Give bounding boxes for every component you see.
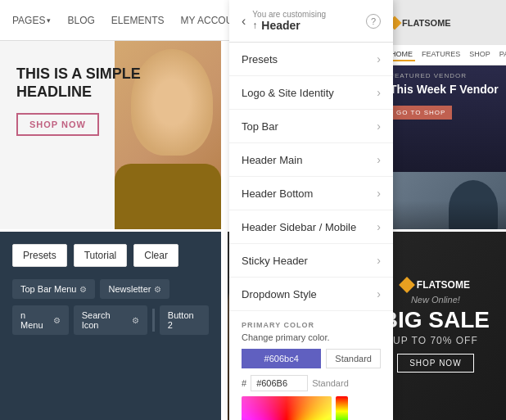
right-preview-panel: FLATSOME HOME FEATURES SHOP PAGES FEATUR… xyxy=(383,0,506,229)
primary-color-button[interactable]: #606bc4 xyxy=(242,349,321,368)
search-icon-chip[interactable]: Search Icon ⚙ xyxy=(74,305,147,335)
hero-section: THIS IS A SIMPLE HEADLINE SHOP NOW xyxy=(0,41,221,229)
n-menu-chip[interactable]: n Menu ⚙ xyxy=(12,305,69,335)
standard-color-button[interactable]: Standard xyxy=(326,349,381,368)
person-overlay xyxy=(383,201,506,229)
tutorial-tab[interactable]: Tutorial xyxy=(74,244,128,267)
bottom-tabs: Presets Tutorial Clear xyxy=(12,244,209,267)
color-std-label: Standard xyxy=(312,378,349,388)
search-icon-label: Search Icon xyxy=(82,310,129,330)
menu-item-dropdown-style[interactable]: Dropdown Style › xyxy=(229,278,393,311)
flatsome-sale-logo: FLATSOME xyxy=(382,279,490,291)
menu-row-2: n Menu ⚙ Search Icon ⚙ Button 2 xyxy=(12,305,209,335)
top-bar-menu-label: Top Bar Menu xyxy=(20,284,76,294)
new-online-tag: New Online! xyxy=(382,295,490,305)
menu-item-header-main[interactable]: Header Main › xyxy=(229,143,393,177)
presets-tab[interactable]: Presets xyxy=(12,244,67,267)
menu-item-label-header-bottom: Header Bottom xyxy=(242,187,313,200)
bottom-menu-items: Top Bar Menu ⚙ Newsletter ⚙ n Menu ⚙ Sea… xyxy=(12,279,209,335)
go-to-shop-button[interactable]: GO TO SHOP xyxy=(390,106,452,120)
baby-body xyxy=(115,164,221,229)
sale-logo-text: FLATSOME xyxy=(417,279,470,291)
nav-label-blog: BLOG xyxy=(67,15,94,26)
nav-label-pages: PAGES xyxy=(12,15,45,26)
gear-icon-2: ⚙ xyxy=(154,285,161,294)
chevron-right-icon-5: › xyxy=(377,220,381,233)
gear-icon-4: ⚙ xyxy=(132,316,139,325)
menu-item-label-logo: Logo & Site Identity xyxy=(242,87,334,99)
menu-item-label-sidebar-mobile: Header Sidebar / Mobile xyxy=(242,221,356,233)
back-arrow-icon[interactable]: ‹ xyxy=(242,14,246,29)
clear-button[interactable]: Clear xyxy=(133,244,178,267)
right-logo-text: FLATSOME xyxy=(402,18,451,28)
customizer-title-section: You are customising ↑ Header xyxy=(252,10,359,32)
menu-item-label-topbar: Top Bar xyxy=(242,120,278,133)
menu-item-topbar[interactable]: Top Bar › xyxy=(229,110,393,143)
button-2-label: Button 2 xyxy=(168,310,194,330)
right-nav-features[interactable]: FEATURES xyxy=(419,48,463,61)
sale-content: FLATSOME New Online! BIG SALE UP TO 70% … xyxy=(382,279,490,373)
divider xyxy=(152,309,155,332)
chevron-right-icon-2: › xyxy=(377,120,381,133)
menu-item-label-dropdown-style: Dropdown Style xyxy=(242,288,317,300)
featured-vendor: FEATURED VENDOR This Week F Vendor GO TO… xyxy=(383,65,506,172)
newsletter-chip[interactable]: Newsletter ⚙ xyxy=(100,279,169,299)
right-bottom-image xyxy=(383,172,506,229)
menu-row-1: Top Bar Menu ⚙ Newsletter ⚙ xyxy=(12,279,209,299)
chevron-down-icon: ▾ xyxy=(47,16,51,25)
gear-icon-3: ⚙ xyxy=(53,316,61,325)
chevron-right-icon-7: › xyxy=(377,287,381,300)
you-are-customising-label: You are customising xyxy=(252,10,359,19)
color-slider-strip[interactable] xyxy=(336,396,348,420)
right-nav-shop[interactable]: SHOP xyxy=(467,48,493,61)
top-bar-menu-chip[interactable]: Top Bar Menu ⚙ xyxy=(12,279,95,299)
section-title-text: Header xyxy=(261,19,300,32)
button-2-chip[interactable]: Button 2 xyxy=(160,305,209,335)
menu-item-sidebar-mobile[interactable]: Header Sidebar / Mobile › xyxy=(229,210,393,244)
chevron-right-icon-3: › xyxy=(377,153,381,166)
hero-content: THIS IS A SIMPLE HEADLINE SHOP NOW xyxy=(0,41,221,160)
customizer-header: ‹ You are customising ↑ Header ? xyxy=(229,0,393,43)
right-flatsome-logo: FLATSOME xyxy=(390,18,451,28)
right-preview-top: FLATSOME xyxy=(383,0,506,45)
color-button-row: #606bc4 Standard xyxy=(242,349,381,368)
color-picker-gradient[interactable] xyxy=(242,396,332,420)
hero-headline: THIS IS A SIMPLE HEADLINE xyxy=(16,65,205,101)
menu-item-sticky-header[interactable]: Sticky Header › xyxy=(229,244,393,278)
menu-item-presets[interactable]: Presets › xyxy=(229,43,393,76)
nav-item-pages[interactable]: PAGES ▾ xyxy=(12,15,51,26)
chevron-right-icon-4: › xyxy=(377,187,381,200)
shop-now-button[interactable]: SHOP NOW xyxy=(16,113,99,136)
n-menu-label: n Menu xyxy=(20,310,50,330)
color-picker-gradient-container[interactable] xyxy=(242,396,332,420)
primary-color-sublabel: Change primary color. xyxy=(242,332,381,342)
chevron-right-icon-0: › xyxy=(377,52,381,65)
color-picker-overlay xyxy=(242,396,332,420)
gear-icon-1: ⚙ xyxy=(79,285,87,294)
primary-color-label: PRIMARY COLOR xyxy=(242,321,381,329)
customizer-section-title: ↑ Header xyxy=(252,19,359,32)
shop-now-sale-button[interactable]: SHOP NOW xyxy=(397,354,473,373)
color-hash: # xyxy=(242,378,246,388)
chevron-right-icon-6: › xyxy=(377,254,381,267)
right-nav-pages[interactable]: PAGES xyxy=(497,48,506,61)
nav-item-elements[interactable]: ELEMENTS xyxy=(111,15,165,26)
menu-item-label-sticky-header: Sticky Header xyxy=(242,255,308,267)
featured-tag: FEATURED VENDOR xyxy=(390,72,499,79)
menu-item-label-presets: Presets xyxy=(242,53,278,65)
customizer-panel: ‹ You are customising ↑ Header ? Presets… xyxy=(229,0,393,420)
menu-item-logo[interactable]: Logo & Site Identity › xyxy=(229,76,393,110)
big-sale-text: BIG SALE xyxy=(382,309,490,332)
color-hex-input[interactable] xyxy=(251,375,308,391)
website-nav: PAGES ▾ BLOG ELEMENTS MY ACCOUNT xyxy=(12,15,246,26)
nav-item-blog[interactable]: BLOG xyxy=(67,15,94,26)
bottom-dark-panel: Presets Tutorial Clear Top Bar Menu ⚙ Ne… xyxy=(0,232,221,420)
color-input-row: # Standard xyxy=(242,375,381,391)
chevron-right-icon-1: › xyxy=(377,86,381,99)
help-icon[interactable]: ? xyxy=(366,14,381,29)
up-arrow-icon: ↑ xyxy=(252,20,257,31)
featured-title: This Week F Vendor xyxy=(390,83,499,97)
right-nav: HOME FEATURES SHOP PAGES xyxy=(383,45,506,65)
color-picker-row xyxy=(242,396,381,420)
menu-item-header-bottom[interactable]: Header Bottom › xyxy=(229,177,393,210)
